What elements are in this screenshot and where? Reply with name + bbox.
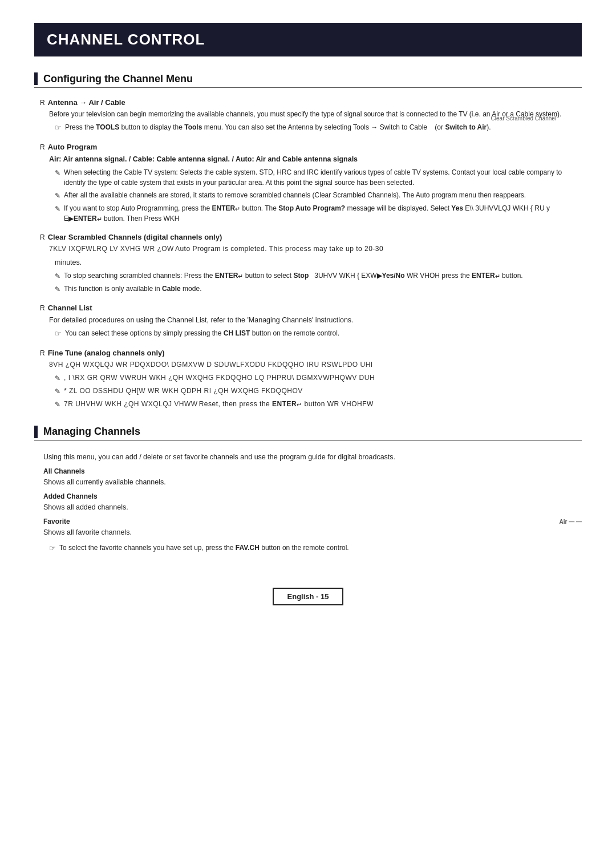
section2-heading: Managing Channels bbox=[34, 426, 582, 441]
r-marker4: R bbox=[40, 304, 45, 312]
note-icon3: ✎ bbox=[55, 204, 60, 214]
tip-icon2: ☞ bbox=[55, 328, 62, 339]
clear-scrambled-garbled: 7KLV IXQFWLRQ LV XVHG WR ¿OWAuto Program… bbox=[49, 244, 582, 254]
page-title: CHANNEL CONTROL bbox=[47, 31, 569, 48]
section-managing: Managing Channels Using this menu, you c… bbox=[34, 426, 582, 554]
all-channels-label: All Channels bbox=[43, 467, 582, 475]
auto-program-note2-text: After all the available channels are sto… bbox=[64, 190, 582, 200]
channel-list-title: R Channel List bbox=[40, 304, 582, 312]
clear-scrambled-title: R Clear Scrambled Channels (digital chan… bbox=[40, 233, 582, 241]
tip-icon3: ☞ bbox=[49, 543, 56, 554]
channel-list-tip-text: You can select these options by simply p… bbox=[65, 328, 339, 338]
antenna-subsection: R Antenna → Air / Cable Before your tele… bbox=[34, 98, 582, 134]
fine-tune-content: 8VH ¿QH WXQLQJ WR PDQXDOO\ DGMXVW D SDUW… bbox=[40, 359, 582, 410]
channel-list-content: For detailed procedures on using the Cha… bbox=[40, 314, 582, 339]
fine-tune-subsection: R Fine Tune (analog channels only) 8VH ¿… bbox=[34, 349, 582, 410]
footer: English - 15 bbox=[34, 588, 582, 605]
fine-tune-note3-text: 7R UHVHW WKH ¿QH WXQLQJ VHWWReset, then … bbox=[64, 399, 582, 409]
air-annotation: Air — — bbox=[560, 519, 582, 525]
auto-program-note2: ✎ After all the available channels are s… bbox=[49, 190, 582, 201]
auto-program-title: R Auto Program bbox=[40, 143, 582, 151]
channel-list-tip: ☞ You can select these options by simply… bbox=[49, 328, 582, 339]
antenna-content: Before your television can begin memoriz… bbox=[40, 109, 582, 134]
clear-scrambled-note2: ✎ This function is only available in Cab… bbox=[49, 284, 582, 294]
fine-tune-note3: ✎ 7R UHVHW WKH ¿QH WXQLQJ VHWWReset, the… bbox=[49, 399, 582, 410]
r-marker3: R bbox=[40, 233, 45, 241]
clear-scrambled-note2-text: This function is only available in Cable… bbox=[64, 284, 582, 294]
clear-scrambled-subsection: R Clear Scrambled Channels (digital chan… bbox=[34, 233, 582, 294]
section1-heading: Configuring the Channel Menu bbox=[34, 72, 582, 88]
fine-tune-note1: ✎ , I \RX GR QRW VWRUH WKH ¿QH WXQHG FKD… bbox=[49, 373, 582, 383]
managing-intro: Using this menu, you can add / delete or… bbox=[43, 451, 582, 463]
note-icon1: ✎ bbox=[55, 168, 60, 178]
note-icon2: ✎ bbox=[55, 191, 60, 201]
fine-tune-note2: ✎ * ZL OO DSSHDU QH[W WR WKH QDPH RI ¿QH… bbox=[49, 386, 582, 397]
tools-bold: TOOLS bbox=[96, 123, 119, 131]
auto-program-subsection: R Auto Program Air: Air antenna signal. … bbox=[34, 143, 582, 224]
tip-icon: ☞ bbox=[55, 122, 62, 134]
fine-tune-garbled1: 8VH ¿QH WXQLQJ WR PDQXDOO\ DGMXVW D SDUW… bbox=[49, 359, 582, 370]
favorite-label: Favorite Air — — bbox=[43, 518, 582, 525]
auto-program-note3: ✎ If you want to stop Auto Programming, … bbox=[49, 203, 582, 224]
antenna-tip: ☞ Press the TOOLS button to display the … bbox=[49, 122, 582, 134]
added-channels-body: Shows all added channels. bbox=[43, 502, 582, 513]
antenna-title: R Antenna → Air / Cable bbox=[40, 98, 582, 107]
r-marker: R bbox=[40, 99, 45, 107]
switch-air-bold: Switch to Air bbox=[445, 123, 487, 131]
r-marker5: R bbox=[40, 349, 45, 357]
channel-list-body: For detailed procedures on using the Cha… bbox=[49, 314, 582, 326]
auto-program-note1: ✎ When selecting the Cable TV system: Se… bbox=[49, 167, 582, 188]
auto-program-subtitle: Air: Air antenna signal. / Cable: Cable … bbox=[49, 153, 582, 165]
all-channels-body: Shows all currently available channels. bbox=[43, 476, 582, 488]
tools-menu-bold: Tools bbox=[184, 123, 202, 131]
heading-bar bbox=[34, 72, 38, 85]
clear-scrambled-note1: ✎ To stop searching scrambled channels: … bbox=[49, 270, 582, 281]
added-channels-label: Added Channels bbox=[43, 492, 582, 500]
footer-label: English - 15 bbox=[287, 592, 329, 601]
section-configure: Configuring the Channel Menu R Antenna →… bbox=[34, 72, 582, 410]
clear-scrambled-note1-text: To stop searching scrambled channels: Pr… bbox=[64, 270, 582, 281]
note-icon8: ✎ bbox=[55, 399, 60, 410]
section2-title: Managing Channels bbox=[43, 426, 140, 438]
favorite-body: Shows all favorite channels. bbox=[43, 527, 582, 538]
note-icon4: ✎ bbox=[55, 271, 60, 281]
minutes-text: minutes. bbox=[49, 257, 582, 268]
auto-program-content: Air: Air antenna signal. / Cable: Cable … bbox=[40, 153, 582, 224]
clear-scrambled-note: Clear Scrambled Channel bbox=[491, 114, 557, 123]
page-title-bar: CHANNEL CONTROL bbox=[34, 23, 582, 56]
r-marker2: R bbox=[40, 143, 45, 151]
auto-program-note1-text: When selecting the Cable TV system: Sele… bbox=[64, 167, 582, 188]
fine-tune-note1-text: , I \RX GR QRW VWRUH WKH ¿QH WXQHG FKDQQ… bbox=[64, 373, 582, 383]
managing-tip-text: To select the favorite channels you have… bbox=[59, 543, 349, 553]
footer-box: English - 15 bbox=[273, 588, 344, 605]
managing-tip: ☞ To select the favorite channels you ha… bbox=[43, 543, 582, 554]
auto-program-note3-text: If you want to stop Auto Programming, pr… bbox=[64, 203, 582, 224]
clear-scrambled-content: 7KLV IXQFWLRQ LV XVHG WR ¿OWAuto Program… bbox=[40, 244, 582, 294]
antenna-tip-text: Press the TOOLS button to display the To… bbox=[65, 122, 491, 132]
fine-tune-note2-text: * ZL OO DSSHDU QH[W WR WKH QDPH RI ¿QH W… bbox=[64, 386, 582, 396]
section1-title: Configuring the Channel Menu bbox=[43, 73, 193, 85]
note-icon5: ✎ bbox=[55, 284, 60, 294]
managing-content: Using this menu, you can add / delete or… bbox=[34, 451, 582, 554]
note-icon6: ✎ bbox=[55, 373, 60, 383]
channel-list-subsection: R Channel List For detailed procedures o… bbox=[34, 304, 582, 339]
note-icon7: ✎ bbox=[55, 386, 60, 397]
fine-tune-title: R Fine Tune (analog channels only) bbox=[40, 349, 582, 357]
heading-bar2 bbox=[34, 426, 38, 438]
